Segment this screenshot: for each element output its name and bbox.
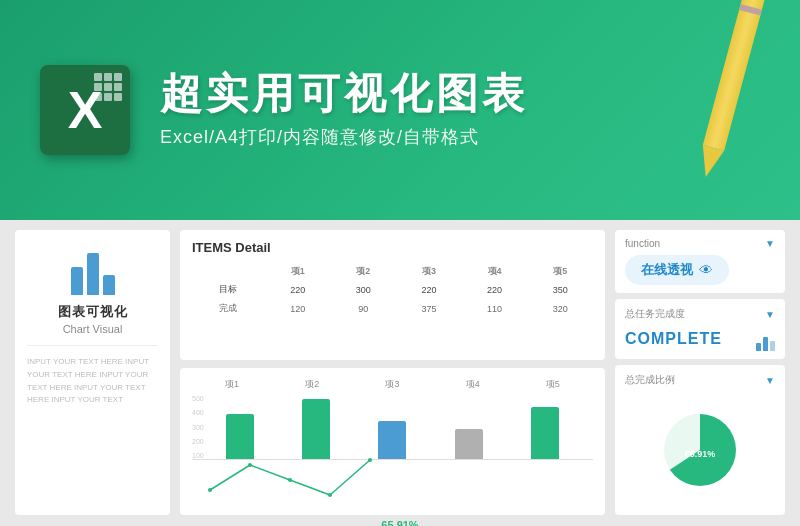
col-header-4: 项4 — [462, 263, 528, 280]
task-complete-card: 总任务完成度 ▼ COMPLETE — [615, 299, 785, 359]
row-label-target: 目标 — [192, 280, 265, 299]
row-label-complete: 完成 — [192, 299, 265, 318]
complete-badge: COMPLETE — [625, 330, 722, 348]
cell-c1: 120 — [265, 299, 331, 318]
cell-c5: 320 — [527, 299, 593, 318]
pencil-decoration — [692, 0, 765, 189]
cell-t3: 220 — [396, 280, 462, 299]
cell-t2: 300 — [330, 280, 396, 299]
cell-c3: 375 — [396, 299, 462, 318]
table-row: 完成 120 90 375 110 320 — [192, 299, 593, 318]
top-banner: 超实用可视化图表 Excel/A4打印/内容随意修改/自带格式 — [0, 0, 800, 220]
svg-point-1 — [248, 463, 252, 467]
right-panel: function ▼ 在线透视 👁 总任务完成度 ▼ COMPLETE — [615, 230, 785, 515]
svg-text:65.91%: 65.91% — [685, 449, 716, 459]
pie-svg: 65.91% — [655, 405, 745, 495]
mini-bar-chart-icon — [756, 327, 775, 351]
cell-c4: 110 — [462, 299, 528, 318]
bar-chart-x-labels: 项1 项2 项3 项4 项5 — [192, 378, 593, 391]
function-card: function ▼ 在线透视 👁 — [615, 230, 785, 293]
bar-chart-y-axis: 500400300200100 — [192, 395, 204, 459]
x-label-5: 项5 — [546, 378, 560, 391]
banner-text: 超实用可视化图表 Excel/A4打印/内容随意修改/自带格式 — [160, 71, 528, 149]
chart-icon-big — [63, 245, 123, 295]
items-table: 项1 项2 项3 项4 项5 目标 220 300 220 220 350 — [192, 263, 593, 318]
pie-card-header: 总完成比例 ▼ — [625, 373, 775, 387]
bar-chart-card: 项1 项2 项3 项4 项5 500400300200100 — [180, 368, 605, 515]
mini-bar-2 — [763, 337, 768, 351]
left-panel: 图表可视化 Chart Visual INPUT YOUR TEXT HERE … — [15, 230, 170, 515]
chart-label-cn: 图表可视化 — [58, 303, 128, 321]
input-placeholder-text: INPUT YOUR TEXT HERE INPUT YOUR TEXT HER… — [27, 356, 158, 407]
x-label-2: 项2 — [305, 378, 319, 391]
mini-bar-1 — [756, 343, 761, 351]
bar-5 — [531, 407, 559, 459]
bar-icon-3 — [103, 275, 115, 295]
col-header-2: 项2 — [330, 263, 396, 280]
x-label-3: 项3 — [385, 378, 399, 391]
preview-area: 图表可视化 Chart Visual INPUT YOUR TEXT HERE … — [0, 220, 800, 526]
function-label: function — [625, 238, 660, 249]
bar-3 — [378, 421, 406, 459]
excel-icon — [40, 65, 130, 155]
pie-chart-area: 65.91% — [625, 393, 775, 507]
cell-t5: 350 — [527, 280, 593, 299]
table-row: 目标 220 300 220 220 350 — [192, 280, 593, 299]
x-label-4: 项4 — [466, 378, 480, 391]
online-view-button[interactable]: 在线透视 👁 — [625, 255, 729, 285]
svg-point-0 — [208, 488, 212, 492]
divider — [27, 345, 158, 346]
online-view-text: 在线透视 — [641, 261, 693, 279]
task-card-header: 总任务完成度 ▼ — [625, 307, 775, 321]
cell-c2: 90 — [330, 299, 396, 318]
function-card-header: function ▼ — [625, 238, 775, 249]
eye-icon: 👁 — [699, 262, 713, 278]
pie-chart-card: 总完成比例 ▼ 65.91% 65.91% — [615, 365, 785, 515]
bar-2 — [302, 399, 330, 459]
svg-point-2 — [288, 478, 292, 482]
mini-bar-3 — [770, 341, 775, 351]
banner-subtitle: Excel/A4打印/内容随意修改/自带格式 — [160, 125, 528, 149]
cell-t1: 220 — [265, 280, 331, 299]
bar-4 — [455, 429, 483, 459]
bar-chart-area: 500400300200100 — [192, 395, 593, 460]
bar-1 — [226, 414, 254, 459]
items-detail-card: ITEMS Detail 项1 项2 项3 项4 项5 目标 220 — [180, 230, 605, 360]
chart-label-en: Chart Visual — [63, 323, 123, 335]
col-header-5: 项5 — [527, 263, 593, 280]
task-label: 总任务完成度 — [625, 307, 685, 321]
svg-point-3 — [328, 493, 332, 497]
arrow-icon: ▼ — [765, 238, 775, 249]
x-label-1: 项1 — [225, 378, 239, 391]
col-header-3: 项3 — [396, 263, 462, 280]
cell-t4: 220 — [462, 280, 528, 299]
middle-panel: ITEMS Detail 项1 项2 项3 项4 项5 目标 220 — [180, 230, 605, 515]
bar-icon-2 — [87, 253, 99, 295]
task-arrow-icon: ▼ — [765, 309, 775, 320]
items-detail-title: ITEMS Detail — [192, 240, 593, 255]
bar-icon-1 — [71, 267, 83, 295]
pie-percentage: 65.91% — [381, 519, 418, 526]
col-header-1: 项1 — [265, 263, 331, 280]
pie-label: 总完成比例 — [625, 373, 675, 387]
pie-arrow-icon: ▼ — [765, 375, 775, 386]
col-header-label — [192, 263, 265, 280]
banner-title: 超实用可视化图表 — [160, 71, 528, 117]
